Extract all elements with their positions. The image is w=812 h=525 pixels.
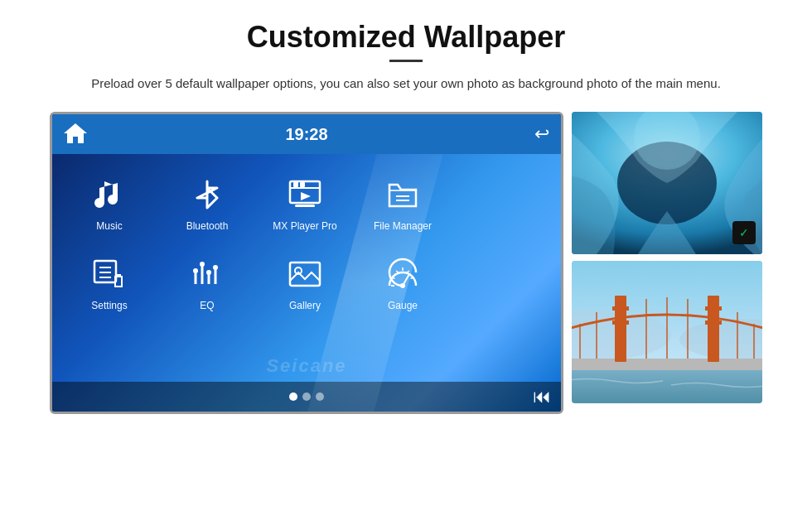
- app-settings[interactable]: Settings: [60, 247, 158, 318]
- svg-line-29: [392, 277, 395, 279]
- skip-previous-button[interactable]: ⏮: [533, 386, 551, 407]
- bluetooth-icon-area: [186, 174, 228, 215]
- thumbnail-ice-cave[interactable]: ✓: [572, 112, 762, 254]
- music-icon-area: [89, 174, 130, 215]
- svg-point-21: [213, 265, 218, 270]
- home-button[interactable]: [62, 122, 89, 147]
- svg-point-20: [206, 270, 211, 275]
- svg-point-18: [193, 268, 198, 273]
- gauge-icon: [384, 256, 421, 292]
- page-container: Customized Wallpaper Preload over 5 defa…: [0, 0, 812, 525]
- filemanager-icon: [384, 176, 421, 213]
- home-icon: [62, 122, 89, 145]
- thumbnail-golden-gate[interactable]: [572, 261, 762, 403]
- content-area: 19:28 ↩ Music: [50, 112, 762, 414]
- dot-3[interactable]: [316, 393, 324, 401]
- eq-icon-area: [186, 253, 228, 295]
- eq-label: EQ: [200, 300, 214, 311]
- screen-time: 19:28: [285, 125, 327, 144]
- app-gallery[interactable]: Gallery: [256, 247, 354, 318]
- svg-rect-40: [572, 368, 762, 403]
- svg-point-26: [400, 283, 405, 288]
- app-eq[interactable]: EQ: [158, 247, 256, 318]
- page-title: Customized Wallpaper: [247, 20, 566, 55]
- settings-label: Settings: [91, 300, 127, 311]
- bluetooth-icon: [189, 176, 225, 213]
- dot-1[interactable]: [289, 393, 297, 401]
- mxplayer-icon: [287, 176, 323, 213]
- apps-row-2: Settings: [60, 247, 553, 318]
- gallery-label: Gallery: [289, 300, 321, 311]
- title-divider: [389, 60, 423, 62]
- app-filemanager[interactable]: File Manager: [354, 167, 452, 238]
- back-icon[interactable]: ↩: [534, 123, 549, 145]
- svg-rect-7: [389, 190, 416, 191]
- mxplayer-icon-area: [284, 174, 326, 215]
- svg-rect-41: [572, 359, 762, 370]
- bottom-bar: ⏮: [52, 382, 561, 412]
- filemanager-icon-area: [382, 174, 423, 215]
- svg-point-19: [200, 262, 205, 267]
- svg-line-32: [407, 271, 409, 272]
- check-icon: ✓: [739, 226, 749, 239]
- music-icon: [91, 176, 128, 213]
- thumbnails-col: ✓: [572, 112, 762, 403]
- page-description: Preload over 5 default wallpaper options…: [91, 74, 721, 94]
- svg-line-30: [396, 271, 399, 272]
- app-bluetooth[interactable]: Bluetooth: [158, 167, 256, 238]
- app-gauge[interactable]: Gauge: [354, 247, 452, 318]
- svg-rect-6: [295, 205, 315, 207]
- svg-marker-5: [301, 192, 311, 200]
- golden-gate-image: [572, 261, 762, 403]
- watermark: Seicane: [266, 355, 346, 377]
- gauge-label: Gauge: [388, 300, 418, 311]
- settings-icon: [91, 256, 128, 292]
- screen-top-bar: 19:28 ↩: [52, 114, 561, 154]
- dots-container: [289, 393, 324, 401]
- svg-rect-3: [293, 182, 298, 187]
- notification-badge: ✓: [732, 221, 756, 244]
- app-music[interactable]: Music: [60, 167, 158, 238]
- apps-row-1: Music Bluetooth: [60, 167, 553, 238]
- dot-2[interactable]: [302, 393, 311, 401]
- gallery-icon-area: [284, 253, 326, 295]
- filemanager-label: File Manager: [374, 220, 432, 232]
- car-screen: 19:28 ↩ Music: [50, 112, 563, 414]
- gauge-icon-area: [382, 253, 423, 295]
- gallery-icon: [287, 256, 323, 292]
- svg-marker-0: [64, 123, 87, 143]
- settings-icon-area: [89, 253, 130, 295]
- bluetooth-label: Bluetooth: [186, 220, 229, 232]
- mxplayer-label: MX Player Pro: [273, 220, 336, 232]
- svg-rect-4: [300, 182, 305, 187]
- svg-line-25: [403, 274, 409, 286]
- screen-body: Music Bluetooth: [52, 154, 561, 412]
- svg-rect-22: [290, 262, 320, 286]
- eq-icon: [189, 256, 225, 292]
- music-label: Music: [96, 220, 122, 232]
- app-mxplayer[interactable]: MX Player Pro: [256, 167, 354, 238]
